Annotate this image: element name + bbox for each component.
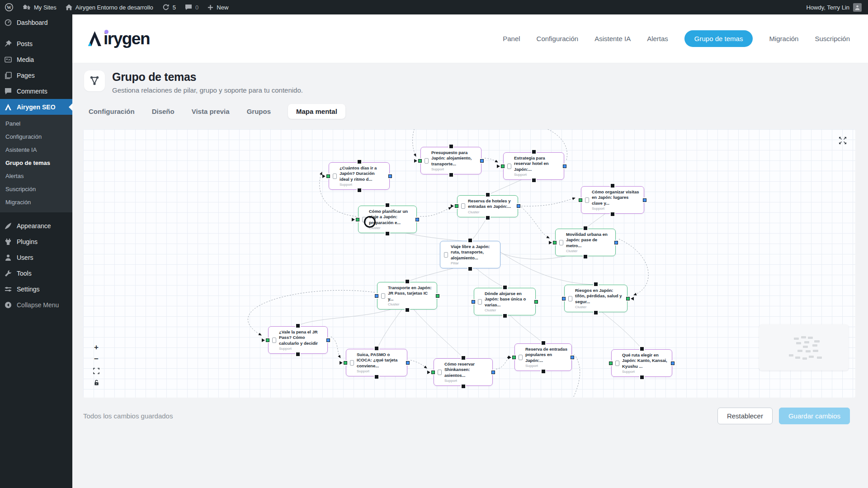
mindmap-node-estrategia[interactable]: Estrategia para reservar hotel en Japón:…	[503, 152, 564, 180]
top-handle[interactable]	[640, 347, 644, 351]
tab-vista-previa[interactable]: Vista previa	[192, 108, 230, 115]
tab-grupos[interactable]: Grupos	[247, 108, 271, 115]
bottom-handle[interactable]	[611, 212, 614, 216]
top-handle[interactable]	[406, 280, 409, 283]
top-handle[interactable]	[358, 160, 361, 164]
submenu-item-panel[interactable]: Panel	[0, 117, 72, 130]
top-handle[interactable]	[462, 356, 465, 360]
admin-bar-item-new[interactable]: New	[208, 4, 228, 11]
bottom-handle[interactable]	[449, 173, 453, 177]
sidebar-item-airygen-seo[interactable]: Airygen SEO	[0, 99, 72, 115]
bottom-handle[interactable]	[503, 314, 507, 318]
tab-dise-o[interactable]: Diseño	[152, 108, 175, 115]
right-handle[interactable]	[326, 338, 330, 342]
nav-item-configuraci-n[interactable]: Configuración	[537, 35, 579, 42]
left-handle[interactable]	[512, 356, 516, 359]
bottom-handle[interactable]	[462, 385, 465, 388]
left-handle[interactable]	[553, 241, 557, 244]
minimap[interactable]	[759, 324, 849, 371]
submenu-item-alertas[interactable]: Alertas	[0, 169, 72, 183]
mindmap-canvas[interactable]: ¿Cuántos días ir a Japón? Duración ideal…	[83, 129, 855, 398]
bottom-handle[interactable]	[640, 375, 644, 379]
top-handle[interactable]	[386, 203, 389, 207]
mindmap-node-como-organizar[interactable]: Cómo organizar visitas en Japón: lugares…	[581, 186, 644, 214]
top-handle[interactable]	[449, 145, 453, 148]
left-handle[interactable]	[431, 371, 435, 374]
right-handle[interactable]	[563, 164, 566, 168]
nav-item-migraci-n[interactable]: Migración	[769, 35, 798, 42]
right-handle[interactable]	[388, 174, 392, 178]
nav-item-suscripci-n[interactable]: Suscripción	[815, 35, 850, 42]
bottom-handle[interactable]	[542, 370, 545, 373]
mindmap-node-suica[interactable]: Suica, PASMO o ICOCA: ¿qué tarjeta convi…	[346, 349, 407, 376]
left-handle[interactable]	[562, 297, 566, 300]
submenu-item-asistente-ia[interactable]: Asistente IA	[0, 143, 72, 156]
reset-button[interactable]: Restablecer	[717, 408, 773, 424]
nav-item-asistente-ia[interactable]: Asistente IA	[594, 35, 631, 42]
left-handle[interactable]	[579, 198, 582, 202]
bottom-handle[interactable]	[486, 216, 490, 220]
sidebar-item-settings[interactable]: Settings	[0, 281, 72, 297]
mindmap-node-vale-la-pena[interactable]: ¿Vale la pena el JR Pass? Cómo calcularl…	[268, 326, 328, 354]
mindmap-node-riesgos[interactable]: Riesgos en Japón: tifón, pérdidas, salud…	[564, 285, 627, 312]
sidebar-item-users[interactable]: Users	[0, 249, 72, 265]
bottom-handle[interactable]	[468, 267, 472, 271]
mindmap-node-presupuesto[interactable]: Presupuesto para Japón: alojamiento, tra…	[420, 147, 481, 174]
nav-item-grupo-de-temas[interactable]: Grupo de temas	[684, 30, 753, 47]
mindmap-node-que-ruta[interactable]: Qué ruta elegir en Japón: Kanto, Kansai,…	[611, 349, 672, 377]
bottom-handle[interactable]	[358, 188, 361, 192]
bottom-handle[interactable]	[594, 311, 598, 314]
right-handle[interactable]	[626, 297, 630, 300]
admin-bar-item-5[interactable]: 5	[162, 4, 176, 11]
sidebar-item-comments[interactable]: Comments	[0, 83, 72, 99]
nav-item-panel[interactable]: Panel	[503, 35, 520, 42]
right-handle[interactable]	[415, 218, 419, 221]
bottom-handle[interactable]	[375, 375, 378, 379]
top-handle[interactable]	[296, 324, 300, 328]
admin-bar-item-airygen-entorno-de-desarrollo[interactable]: Airygen Entorno de desarrollo	[66, 4, 153, 11]
left-handle[interactable]	[356, 218, 359, 221]
bottom-handle[interactable]	[584, 255, 587, 258]
sidebar-item-plugins[interactable]: Plugins	[0, 234, 72, 249]
mindmap-node-viaje-libre[interactable]: Viaje libre a Japón: ruta, transporte, a…	[440, 241, 500, 268]
mindmap-node-movilidad[interactable]: Movilidad urbana en Japón: pase de metro…	[555, 229, 616, 256]
save-button[interactable]: Guardar cambios	[779, 408, 850, 424]
lock-icon[interactable]	[91, 378, 101, 388]
fullscreen-icon[interactable]	[837, 136, 848, 146]
right-handle[interactable]	[436, 294, 439, 298]
right-handle[interactable]	[491, 371, 495, 374]
sidebar-item-tools[interactable]: Tools	[0, 265, 72, 281]
avatar[interactable]	[853, 3, 862, 12]
admin-bar-item-my-sites[interactable]: My Sites	[23, 4, 57, 11]
top-handle[interactable]	[468, 239, 472, 242]
submenu-item-migraci-n[interactable]: Migración	[0, 196, 72, 209]
zoom-out-icon[interactable]: −	[91, 354, 101, 364]
top-handle[interactable]	[486, 193, 490, 197]
right-handle[interactable]	[643, 198, 646, 202]
top-handle[interactable]	[503, 286, 507, 289]
sidebar-item-posts[interactable]: Posts	[0, 36, 72, 52]
left-handle[interactable]	[266, 338, 269, 342]
nav-item-alertas[interactable]: Alertas	[647, 35, 668, 42]
sidebar-item-pages[interactable]: Pages	[0, 67, 72, 83]
admin-bar-item-0[interactable]: 0	[185, 4, 198, 11]
bottom-handle[interactable]	[386, 232, 389, 235]
left-handle[interactable]	[418, 159, 422, 163]
left-handle[interactable]	[609, 361, 613, 365]
tab-mapa-mental[interactable]: Mapa mental	[288, 104, 345, 119]
left-handle[interactable]	[455, 204, 458, 208]
sidebar-item-media[interactable]: Media	[0, 52, 72, 67]
left-handle[interactable]	[344, 361, 347, 365]
right-handle[interactable]	[614, 241, 618, 244]
admin-bar-item-logo[interactable]: W	[5, 3, 14, 12]
top-handle[interactable]	[594, 282, 598, 286]
submenu-item-grupo-de-temas[interactable]: Grupo de temas	[0, 156, 72, 169]
sidebar-item-dashboard[interactable]: Dashboard	[0, 14, 72, 30]
top-handle[interactable]	[611, 184, 614, 188]
left-handle[interactable]	[375, 294, 378, 298]
zoom-in-icon[interactable]: +	[91, 343, 101, 352]
right-handle[interactable]	[534, 300, 538, 304]
top-handle[interactable]	[542, 341, 545, 345]
right-handle[interactable]	[406, 361, 410, 365]
submenu-item-suscripci-n[interactable]: Suscripción	[0, 183, 72, 196]
